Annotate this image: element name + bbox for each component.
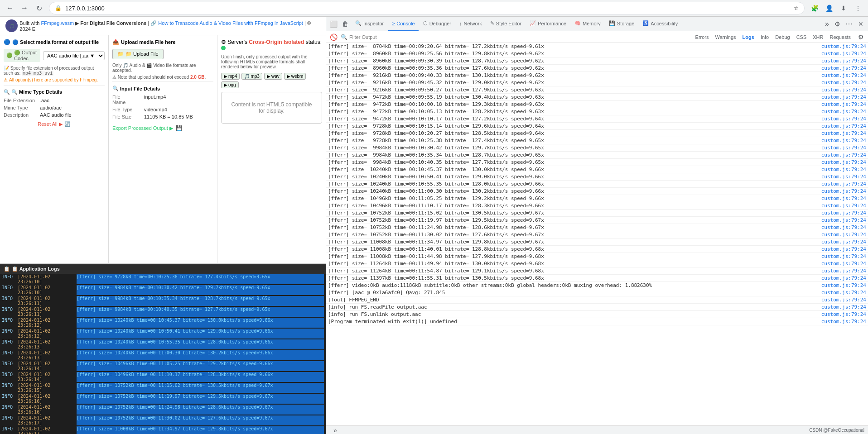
web-app-panel: 🎵 Built with FFmpeg.wasm ▶ For Digital F…	[0, 17, 326, 434]
trash-btn[interactable]: 🗑	[340, 19, 351, 29]
codec-select[interactable]: AAC audio file [.aa ▼	[43, 51, 105, 60]
console-row-link[interactable]: custom.js:79:24	[821, 130, 866, 136]
console-row-link[interactable]: custom.js:79:24	[821, 224, 866, 230]
filter-errors[interactable]: Errors	[693, 34, 712, 40]
console-row-link[interactable]: custom.js:79:24	[821, 43, 866, 49]
console-row: [fout] FFMPEG_ENDcustom.js:79:24	[326, 296, 868, 304]
filter-css[interactable]: CSS	[794, 34, 810, 40]
back-button[interactable]: ←	[4, 2, 16, 14]
reset-text: Reset All ▶	[38, 121, 62, 127]
inspector-icon-btn[interactable]: ⬜	[328, 19, 339, 29]
forward-button[interactable]: →	[18, 2, 31, 14]
tab-style-editor[interactable]: ✎ Style Editor	[487, 17, 525, 31]
web-app-top: 🔵 🔵 Select media format of output file 🟢…	[0, 35, 326, 263]
console-row-link[interactable]: custom.js:79:24	[821, 159, 866, 165]
console-row-text: [Program terminated with exit(1)] undefi…	[328, 319, 821, 324]
mime-section: 🔍 🔍 Mime Type Details File Extension .aa…	[4, 85, 105, 118]
clear-console-button[interactable]: 🚫	[328, 32, 339, 43]
export-button[interactable]: Export Processed Output ▶	[112, 125, 173, 131]
console-row-link[interactable]: custom.js:79:24	[821, 109, 866, 114]
extensions-button[interactable]: 🧩	[808, 2, 821, 14]
console-row-text: [fferr] size= 9984kB time=00:10:30.42 bi…	[328, 145, 821, 151]
mime-value-extension: .aac	[40, 98, 49, 103]
console-row-link[interactable]: custom.js:79:24	[821, 181, 866, 187]
console-row-link[interactable]: custom.js:79:24	[821, 311, 866, 317]
filter-xhr[interactable]: XHR	[810, 34, 826, 40]
console-row-link[interactable]: custom.js:79:24	[821, 239, 866, 245]
upload-button[interactable]: 📁 📁 Upload File	[112, 49, 164, 59]
mime-value-type: audio/aac	[40, 105, 62, 110]
console-row-link[interactable]: custom.js:79:24	[821, 282, 866, 288]
console-row-text: [fout] FFMPEG_END	[328, 297, 821, 303]
console-row-link[interactable]: custom.js:79:24	[821, 101, 866, 107]
tab-accessibility[interactable]: ♿ Accessibility	[639, 17, 681, 31]
tab-debugger[interactable]: ⬡ Debugger	[420, 17, 455, 31]
console-row-link[interactable]: custom.js:79:24	[821, 275, 866, 281]
console-row-link[interactable]: custom.js:79:24	[821, 65, 866, 71]
console-row-link[interactable]: custom.js:79:24	[821, 210, 866, 216]
download-button[interactable]: ⬇	[837, 2, 850, 14]
filter-debug[interactable]: Debug	[772, 34, 792, 40]
howto-link[interactable]: 🔗 How to Transcode Audio & Video Files w…	[150, 20, 303, 26]
tab-inspector[interactable]: 🔍 Inspector	[352, 17, 387, 31]
console-row-link[interactable]: custom.js:79:24	[821, 217, 866, 223]
console-row-link[interactable]: custom.js:79:24	[821, 167, 866, 172]
filter-requests[interactable]: Requests	[827, 34, 854, 40]
reset-button[interactable]: Reset All ▶ 🔄	[38, 121, 70, 127]
refresh-button[interactable]: ↻	[33, 2, 45, 14]
console-row-link[interactable]: custom.js:79:24	[821, 297, 866, 303]
tab-console[interactable]: ≥ Console	[388, 17, 418, 31]
filter-info[interactable]: Info	[758, 34, 772, 40]
console-row-text: [fferr] size= 11264kB time=00:11:49.94 b…	[328, 261, 821, 267]
console-row-link[interactable]: custom.js:79:24	[821, 304, 866, 310]
console-row-link[interactable]: custom.js:79:24	[821, 51, 866, 57]
server-note: Upon finish, only processed output with …	[221, 54, 322, 69]
console-row-link[interactable]: custom.js:79:24	[821, 290, 866, 296]
menu-button[interactable]: ⋮	[852, 2, 864, 14]
filter-warnings[interactable]: Warnings	[713, 34, 739, 40]
filter-input[interactable]	[349, 34, 691, 40]
console-row-link[interactable]: custom.js:79:24	[821, 196, 866, 201]
console-row-link[interactable]: custom.js:79:24	[821, 94, 866, 100]
close-devtools-button[interactable]: ✕	[855, 19, 866, 29]
tab-memory[interactable]: 🧠 Memory	[571, 17, 604, 31]
console-row-link[interactable]: custom.js:79:24	[821, 123, 866, 129]
console-row-link[interactable]: custom.js:79:24	[821, 174, 866, 180]
file-row-name: FileName input.mp4	[112, 94, 213, 105]
console-row: [fferr] size= 9728kB time=00:10:20.27 bi…	[326, 130, 868, 137]
tab-network[interactable]: ↕ Network	[456, 17, 486, 31]
console-row-link[interactable]: custom.js:79:24	[821, 87, 866, 93]
console-row-link[interactable]: custom.js:79:24	[821, 58, 866, 64]
options-button[interactable]: ⋯	[844, 19, 854, 28]
search2-icon: 🔍	[112, 86, 119, 91]
more-tabs-button[interactable]: »	[823, 20, 831, 28]
log-level: INFO	[2, 383, 18, 393]
tab-storage[interactable]: 💾 Storage	[605, 17, 638, 31]
devtools-panel: ⬜ 🗑 🔍 Inspector ≥ Console ⬡ Debugger ↕ N…	[326, 17, 868, 434]
console-row-link[interactable]: custom.js:79:24	[821, 261, 866, 267]
ffmpeg-link[interactable]: FFmpeg.wasm	[41, 20, 74, 26]
tab-performance[interactable]: 📈 Performance	[526, 17, 570, 31]
console-row-link[interactable]: custom.js:79:24	[821, 203, 866, 209]
console-row-link[interactable]: custom.js:79:24	[821, 152, 866, 158]
console-row-link[interactable]: custom.js:79:24	[821, 80, 866, 86]
console-row-link[interactable]: custom.js:79:24	[821, 253, 866, 259]
console-row-link[interactable]: custom.js:79:24	[821, 319, 866, 324]
console-settings-button[interactable]: ⚙	[855, 32, 866, 43]
log-level: INFO	[2, 415, 18, 425]
log-timestamp: [2024-011-02 23:26:17]	[18, 415, 77, 425]
console-row-link[interactable]: custom.js:79:24	[821, 116, 866, 122]
settings-button[interactable]: ⚙	[832, 19, 843, 29]
console-row-link[interactable]: custom.js:79:24	[821, 246, 866, 252]
console-row-link[interactable]: custom.js:79:24	[821, 268, 866, 274]
filter-logs[interactable]: Logs	[740, 34, 757, 40]
console-row-link[interactable]: custom.js:79:24	[821, 188, 866, 194]
address-bar[interactable]: 🔒 127.0.0.1:3000 ☆	[49, 2, 805, 14]
console-expand-button[interactable]: »	[330, 425, 341, 434]
profile-button[interactable]: 👤	[823, 2, 835, 14]
console-row-link[interactable]: custom.js:79:24	[821, 72, 866, 78]
console-row: [fferr] size= 8704kB time=00:09:20.64 bi…	[326, 43, 868, 50]
console-row-link[interactable]: custom.js:79:24	[821, 232, 866, 238]
console-row-link[interactable]: custom.js:79:24	[821, 145, 866, 151]
console-row-link[interactable]: custom.js:79:24	[821, 138, 866, 143]
